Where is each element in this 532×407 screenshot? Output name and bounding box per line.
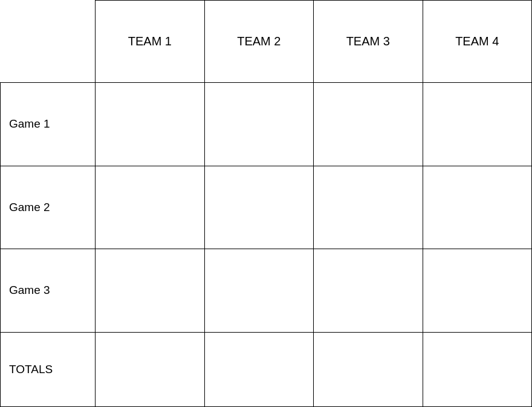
game2-label: Game 2	[1, 166, 96, 249]
game1-team2-cell[interactable]	[204, 83, 313, 166]
game1-team4-cell[interactable]	[423, 83, 532, 166]
game3-row: Game 3	[1, 249, 532, 333]
team4-header: TEAM 4	[423, 1, 532, 83]
totals-team4-cell[interactable]	[423, 332, 532, 406]
corner-cell	[1, 1, 96, 83]
game2-row: Game 2	[1, 166, 532, 249]
game2-team1-cell[interactable]	[96, 166, 204, 249]
team1-header: TEAM 1	[96, 1, 204, 83]
game1-team1-cell[interactable]	[96, 83, 204, 166]
score-table: TEAM 1 TEAM 2 TEAM 3 TEAM 4 Game 1 Game …	[0, 0, 532, 407]
totals-team2-cell[interactable]	[204, 332, 313, 406]
game2-team4-cell[interactable]	[423, 166, 532, 249]
game2-team3-cell[interactable]	[314, 166, 423, 249]
totals-team1-cell[interactable]	[96, 332, 204, 406]
game3-team3-cell[interactable]	[314, 249, 423, 333]
totals-team3-cell[interactable]	[314, 332, 423, 406]
team2-header: TEAM 2	[204, 1, 313, 83]
game1-row: Game 1	[1, 83, 532, 166]
team3-header: TEAM 3	[314, 1, 423, 83]
game3-team2-cell[interactable]	[204, 249, 313, 333]
game1-label: Game 1	[1, 83, 96, 166]
game1-team3-cell[interactable]	[314, 83, 423, 166]
totals-label: TOTALS	[1, 332, 96, 406]
game2-team2-cell[interactable]	[204, 166, 313, 249]
game3-team4-cell[interactable]	[423, 249, 532, 333]
game3-label: Game 3	[1, 249, 96, 333]
header-row: TEAM 1 TEAM 2 TEAM 3 TEAM 4	[1, 1, 532, 83]
game3-team1-cell[interactable]	[96, 249, 204, 333]
totals-row: TOTALS	[1, 332, 532, 406]
